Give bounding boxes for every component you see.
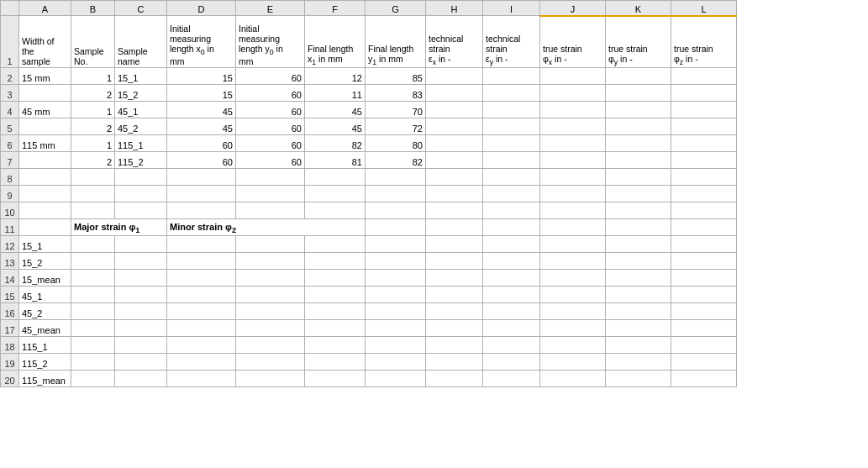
cell-17-D[interactable]: [167, 320, 236, 337]
table-row[interactable]: 445 mm145_145604570: [1, 102, 737, 118]
cell-12-A[interactable]: 15_1: [19, 236, 71, 253]
cell-15-K[interactable]: [606, 287, 671, 303]
cell-7-I[interactable]: [483, 152, 540, 169]
cell-20-B[interactable]: [71, 371, 115, 387]
cell-8-I[interactable]: [483, 169, 540, 186]
cell-19-C[interactable]: [115, 354, 167, 371]
cell-12-F[interactable]: [305, 236, 366, 253]
cell-14-E[interactable]: [236, 270, 305, 287]
cell-15-G[interactable]: [366, 287, 426, 303]
cell-3-K[interactable]: [606, 85, 671, 102]
cell-10-F[interactable]: [305, 202, 366, 219]
cell-2-A[interactable]: 15 mm: [19, 68, 71, 85]
cell-15-F[interactable]: [305, 287, 366, 303]
cell-5-L[interactable]: [671, 118, 737, 135]
cell-9-H[interactable]: [426, 186, 483, 202]
cell-2-H[interactable]: [426, 68, 483, 85]
cell-10-A[interactable]: [19, 202, 71, 219]
cell-16-B[interactable]: [71, 303, 115, 320]
cell-16-E[interactable]: [236, 303, 305, 320]
cell-17-J[interactable]: [540, 320, 606, 337]
cell-6-E[interactable]: 60: [236, 135, 305, 152]
cell-14-D[interactable]: [167, 270, 236, 287]
cell-11-L[interactable]: [671, 219, 737, 236]
cell-13-L[interactable]: [671, 253, 737, 270]
cell-3-G[interactable]: 83: [366, 85, 426, 102]
cell-5-F[interactable]: 45: [305, 118, 366, 135]
cell-18-E[interactable]: [236, 337, 305, 354]
cell-8-A[interactable]: [19, 169, 71, 186]
cell-12-L[interactable]: [671, 236, 737, 253]
cell-6-H[interactable]: [426, 135, 483, 152]
table-row[interactable]: 20115_mean: [1, 371, 737, 387]
cell-9-A[interactable]: [19, 186, 71, 202]
cell-3-A[interactable]: [19, 85, 71, 102]
cell-2-C[interactable]: 15_1: [115, 68, 167, 85]
cell-9-D[interactable]: [167, 186, 236, 202]
cell-17-A[interactable]: 45_mean: [19, 320, 71, 337]
cell-5-H[interactable]: [426, 118, 483, 135]
cell-12-J[interactable]: [540, 236, 606, 253]
cell-15-A[interactable]: 45_1: [19, 287, 71, 303]
cell-3-F[interactable]: 11: [305, 85, 366, 102]
cell-5-E[interactable]: 60: [236, 118, 305, 135]
cell-9-L[interactable]: [671, 186, 737, 202]
cell-20-H[interactable]: [426, 371, 483, 387]
cell-14-L[interactable]: [671, 270, 737, 287]
table-row[interactable]: 9: [1, 186, 737, 202]
cell-18-G[interactable]: [366, 337, 426, 354]
cell-10-G[interactable]: [366, 202, 426, 219]
cell-9-J[interactable]: [540, 186, 606, 202]
cell-14-K[interactable]: [606, 270, 671, 287]
table-row[interactable]: 1645_2: [1, 303, 737, 320]
cell-5-G[interactable]: 72: [366, 118, 426, 135]
cell-4-K[interactable]: [606, 102, 671, 118]
cell-4-D[interactable]: 45: [167, 102, 236, 118]
cell-9-C[interactable]: [115, 186, 167, 202]
cell-11-A[interactable]: [19, 219, 71, 236]
cell-12-C[interactable]: [115, 236, 167, 253]
cell-13-B[interactable]: [71, 253, 115, 270]
cell-18-H[interactable]: [426, 337, 483, 354]
cell-7-E[interactable]: 60: [236, 152, 305, 169]
cell-15-D[interactable]: [167, 287, 236, 303]
cell-2-L[interactable]: [671, 68, 737, 85]
cell-6-K[interactable]: [606, 135, 671, 152]
table-row[interactable]: 1315_2: [1, 253, 737, 270]
cell-15-B[interactable]: [71, 287, 115, 303]
cell-6-D[interactable]: 60: [167, 135, 236, 152]
table-row[interactable]: 1215_1: [1, 236, 737, 253]
cell-17-F[interactable]: [305, 320, 366, 337]
cell-3-J[interactable]: [540, 85, 606, 102]
cell-13-I[interactable]: [483, 253, 540, 270]
cell-17-B[interactable]: [71, 320, 115, 337]
cell-18-K[interactable]: [606, 337, 671, 354]
cell-13-J[interactable]: [540, 253, 606, 270]
cell-11-H[interactable]: [426, 219, 483, 236]
cell-3-I[interactable]: [483, 85, 540, 102]
cell-9-K[interactable]: [606, 186, 671, 202]
cell-20-I[interactable]: [483, 371, 540, 387]
cell-17-L[interactable]: [671, 320, 737, 337]
cell-16-D[interactable]: [167, 303, 236, 320]
table-row[interactable]: 3215_215601183: [1, 85, 737, 102]
cell-12-H[interactable]: [426, 236, 483, 253]
cell-9-B[interactable]: [71, 186, 115, 202]
cell-5-J[interactable]: [540, 118, 606, 135]
cell-3-B[interactable]: 2: [71, 85, 115, 102]
cell-16-K[interactable]: [606, 303, 671, 320]
cell-5-I[interactable]: [483, 118, 540, 135]
cell-10-J[interactable]: [540, 202, 606, 219]
cell-16-A[interactable]: 45_2: [19, 303, 71, 320]
table-row[interactable]: 10: [1, 202, 737, 219]
cell-18-L[interactable]: [671, 337, 737, 354]
table-row[interactable]: 6115 mm1115_160608280: [1, 135, 737, 152]
cell-10-L[interactable]: [671, 202, 737, 219]
cell-7-B[interactable]: 2: [71, 152, 115, 169]
cell-9-E[interactable]: [236, 186, 305, 202]
cell-20-E[interactable]: [236, 371, 305, 387]
cell-19-K[interactable]: [606, 354, 671, 371]
cell-20-C[interactable]: [115, 371, 167, 387]
cell-2-F[interactable]: 12: [305, 68, 366, 85]
cell-8-E[interactable]: [236, 169, 305, 186]
